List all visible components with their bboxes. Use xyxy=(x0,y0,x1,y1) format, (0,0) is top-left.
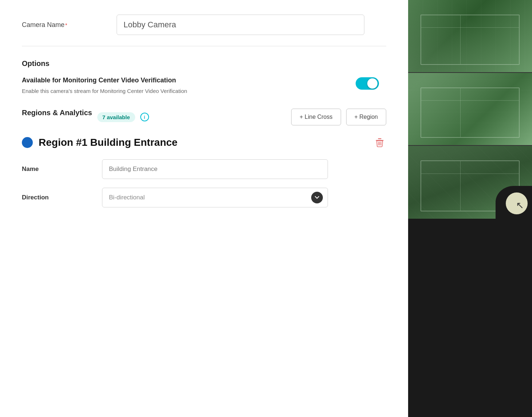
camera-name-label: Camera Name* xyxy=(22,21,117,29)
region-1-title: Region #1 Building Entrance xyxy=(39,137,177,148)
region-1-header: Region #1 Building Entrance xyxy=(22,136,386,149)
monitoring-toggle[interactable] xyxy=(356,77,379,90)
options-section-title: Options xyxy=(22,59,386,68)
region-name-label: Name xyxy=(22,165,102,173)
region-title-group: Region #1 Building Entrance xyxy=(22,137,177,148)
region-name-row: Name xyxy=(22,159,386,179)
monitoring-option-title: Available for Monitoring Center Video Ve… xyxy=(22,77,341,84)
regions-buttons-group: + Line Cross + Region xyxy=(291,109,386,125)
region-direction-label: Direction xyxy=(22,194,102,201)
camera-preview-panel: ↖ xyxy=(408,0,532,417)
direction-select-wrapper: Bi-directional Entering Exiting xyxy=(102,188,328,207)
add-region-button[interactable]: + Region xyxy=(346,109,387,125)
window-lines-2 xyxy=(420,87,520,138)
available-badge: 7 available xyxy=(97,112,135,122)
regions-header: Regions & Analytics 7 available i + Line… xyxy=(22,109,386,126)
regions-analytics-section: Regions & Analytics 7 available i + Line… xyxy=(22,109,386,207)
section-divider xyxy=(22,46,386,46)
cursor-icon: ↖ xyxy=(516,200,524,210)
window-lines-1 xyxy=(420,15,520,65)
camera-name-row: Camera Name* xyxy=(22,15,386,35)
region-name-input[interactable] xyxy=(102,159,328,179)
monitoring-option-description: Enable this camera's stream for Monitori… xyxy=(22,87,233,96)
add-line-cross-button[interactable]: + Line Cross xyxy=(291,109,341,125)
camera-thumb-2 xyxy=(408,73,532,146)
monitoring-option-row: Available for Monitoring Center Video Ve… xyxy=(22,77,386,96)
toggle-track xyxy=(356,77,379,90)
toggle-thumb xyxy=(367,78,378,89)
option-text: Available for Monitoring Center Video Ve… xyxy=(22,77,341,96)
delete-region-button[interactable] xyxy=(373,136,386,149)
region-1-card: Region #1 Building Entrance xyxy=(22,136,386,207)
camera-thumb-1 xyxy=(408,0,532,73)
regions-section-title: Regions & Analytics xyxy=(22,109,92,117)
cursor-overlay: ↖ xyxy=(488,190,532,219)
svg-rect-1 xyxy=(378,138,381,139)
direction-select[interactable]: Bi-directional Entering Exiting xyxy=(102,188,328,207)
options-section: Options Available for Monitoring Center … xyxy=(22,59,386,96)
region-1-dot xyxy=(22,137,33,148)
required-marker: * xyxy=(65,22,67,28)
info-icon[interactable]: i xyxy=(140,113,149,121)
region-direction-row: Direction Bi-directional Entering Exitin… xyxy=(22,188,386,207)
regions-left-group: Regions & Analytics 7 available i xyxy=(22,109,149,126)
camera-thumb-3: ↖ xyxy=(408,146,532,219)
camera-name-input[interactable] xyxy=(117,15,364,35)
